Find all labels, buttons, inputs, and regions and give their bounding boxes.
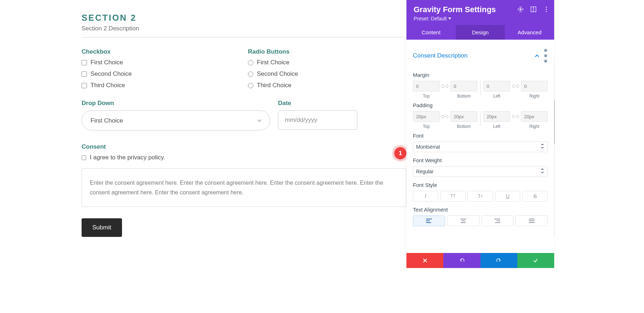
- consent-agreement-text: Enter the consent agreement here. Enter …: [82, 168, 406, 207]
- svg-rect-17: [495, 222, 500, 223]
- link-icon[interactable]: [441, 81, 449, 91]
- padding-top-input[interactable]: [413, 111, 440, 122]
- date-input[interactable]: [278, 110, 357, 130]
- consent-checkbox[interactable]: [82, 155, 86, 160]
- redo-button[interactable]: [480, 253, 517, 268]
- date-label: Date: [278, 100, 357, 107]
- font-select[interactable]: Montserrat: [413, 141, 548, 152]
- align-right-button[interactable]: [482, 215, 514, 226]
- columns-icon[interactable]: [531, 6, 536, 14]
- uppercase-button[interactable]: TT: [440, 191, 466, 202]
- radio-input[interactable]: [248, 83, 253, 88]
- svg-point-6: [544, 49, 547, 52]
- checkbox-input[interactable]: [82, 83, 87, 88]
- svg-rect-12: [460, 219, 466, 219]
- svg-rect-11: [426, 222, 431, 223]
- consent-check-text: I agree to the privacy policy.: [90, 154, 165, 161]
- settings-panel: Gravity Form Settings Preset: Default Co…: [406, 0, 554, 268]
- padding-left-input[interactable]: [483, 111, 510, 122]
- caret-down-icon: [448, 18, 451, 20]
- tab-design[interactable]: Design: [456, 25, 505, 40]
- svg-rect-16: [497, 220, 500, 221]
- form-canvas: SECTION 2 Section 2 Description Checkbox…: [82, 0, 406, 237]
- svg-rect-0: [520, 9, 521, 10]
- svg-point-7: [544, 54, 547, 57]
- radio-option[interactable]: Third Choice: [248, 82, 406, 89]
- radio-input[interactable]: [248, 71, 253, 77]
- group-consent-description[interactable]: Consent Description: [413, 45, 548, 70]
- link-icon[interactable]: [441, 111, 449, 122]
- panel-tabs: Content Design Advanced: [406, 25, 554, 40]
- text-alignment-label: Text Alignment: [413, 207, 548, 213]
- divider: [480, 81, 480, 95]
- dropdown-select[interactable]: First Choice: [82, 110, 270, 130]
- link-icon[interactable]: [512, 81, 519, 91]
- align-justify-button[interactable]: [516, 215, 548, 226]
- more-icon[interactable]: [543, 6, 549, 14]
- notification-badge: 1: [394, 147, 406, 159]
- svg-rect-15: [494, 219, 500, 219]
- tab-content[interactable]: Content: [406, 25, 456, 40]
- preset-selector[interactable]: Preset: Default: [414, 16, 547, 21]
- cancel-button[interactable]: [406, 253, 443, 268]
- underline-button[interactable]: U: [495, 191, 521, 202]
- undo-button[interactable]: [443, 253, 480, 268]
- panel-body: Consent Description Margin Top Bottom Le…: [406, 40, 554, 253]
- italic-button[interactable]: I: [413, 191, 438, 202]
- section-title: SECTION 2: [82, 13, 406, 23]
- panel-header: Gravity Form Settings Preset: Default: [406, 0, 554, 25]
- svg-point-3: [546, 6, 547, 8]
- save-button[interactable]: [517, 253, 554, 268]
- padding-right-input[interactable]: [521, 111, 548, 122]
- radio-input[interactable]: [248, 60, 253, 65]
- svg-point-8: [544, 60, 547, 63]
- padding-label: Padding: [413, 102, 548, 108]
- checkbox-label: Checkbox: [82, 48, 240, 55]
- font-weight-select[interactable]: Regular: [413, 166, 548, 177]
- svg-point-4: [546, 9, 547, 10]
- checkbox-option[interactable]: Third Choice: [82, 82, 240, 89]
- checkbox-option[interactable]: First Choice: [82, 59, 240, 66]
- align-left-button[interactable]: [413, 215, 445, 226]
- checkbox-option[interactable]: Second Choice: [82, 70, 240, 78]
- svg-rect-14: [461, 222, 466, 223]
- svg-rect-10: [426, 220, 430, 221]
- consent-label: Consent: [82, 143, 406, 150]
- panel-footer: [406, 253, 554, 268]
- link-icon[interactable]: [512, 111, 519, 122]
- svg-rect-13: [462, 220, 465, 221]
- svg-rect-19: [529, 220, 535, 221]
- margin-top-input[interactable]: [413, 81, 440, 91]
- divider: [480, 111, 480, 125]
- radio-option[interactable]: First Choice: [248, 59, 406, 66]
- checkbox-input[interactable]: [82, 71, 87, 77]
- margin-bottom-input[interactable]: [450, 81, 477, 91]
- consent-checkbox-row[interactable]: I agree to the privacy policy.: [82, 154, 406, 161]
- font-weight-label: Font Weight: [413, 157, 548, 163]
- radio-option[interactable]: Second Choice: [248, 70, 406, 78]
- submit-button[interactable]: Submit: [82, 218, 122, 237]
- margin-left-input[interactable]: [483, 81, 510, 91]
- font-label: Font: [413, 133, 548, 139]
- dropdown-label: Drop Down: [82, 100, 270, 107]
- smallcaps-button[interactable]: TT: [468, 191, 493, 202]
- chevron-up-icon: [535, 54, 539, 57]
- font-style-label: Font Style: [413, 182, 548, 188]
- target-icon[interactable]: [518, 6, 523, 14]
- svg-rect-9: [426, 219, 432, 219]
- checkbox-input[interactable]: [82, 60, 87, 65]
- radio-label: Radio Buttons: [248, 48, 406, 55]
- more-icon[interactable]: [543, 48, 548, 63]
- strikethrough-button[interactable]: S: [522, 191, 548, 202]
- margin-right-input[interactable]: [521, 81, 548, 91]
- margin-label: Margin: [413, 72, 548, 78]
- align-center-button[interactable]: [447, 215, 479, 226]
- section-description: Section 2 Description: [82, 25, 406, 38]
- padding-bottom-input[interactable]: [450, 111, 477, 122]
- svg-point-5: [546, 11, 547, 12]
- svg-rect-18: [529, 219, 535, 219]
- svg-rect-20: [529, 222, 535, 223]
- tab-advanced[interactable]: Advanced: [505, 25, 554, 40]
